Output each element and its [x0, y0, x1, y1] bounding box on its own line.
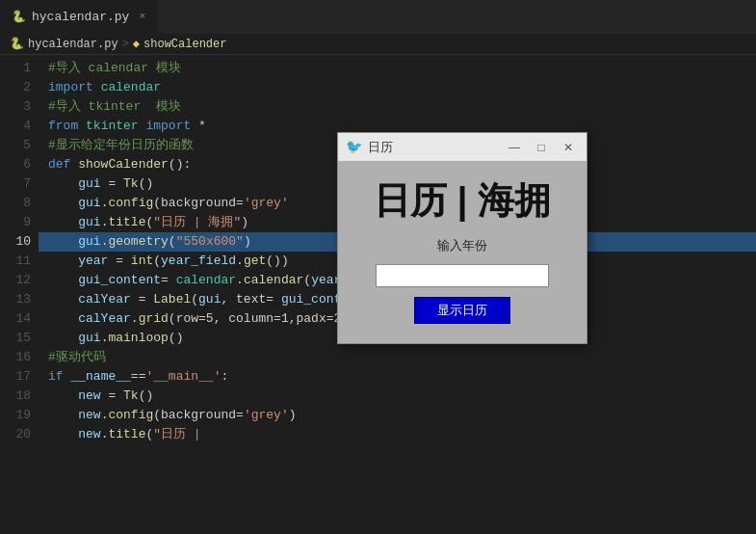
code-token: [48, 271, 78, 290]
code-token: new: [78, 387, 100, 406]
code-token: ): [241, 213, 248, 232]
code-token: [48, 252, 78, 271]
code-token: ): [289, 406, 297, 425]
code-token: (background=: [153, 406, 244, 425]
code-token: tkinter: [86, 117, 139, 136]
code-token: *: [191, 117, 206, 136]
editor-area: 1 2 3 4 5 6 7 8 9 10 11 12 13 14 15 16 1…: [0, 55, 756, 534]
code-token: (row=5, column=1,padx=20): [169, 309, 356, 329]
float-year-input[interactable]: [376, 264, 549, 287]
code-token: config: [108, 406, 153, 425]
line-num: 11: [0, 252, 31, 271]
code-line-2: import calendar: [48, 78, 756, 97]
tab-hycalendar[interactable]: 🐍 hycalendar.py ×: [0, 0, 158, 34]
code-token: (: [145, 425, 153, 444]
code-token: 'grey': [244, 406, 289, 425]
code-token: import: [145, 117, 191, 136]
code-token: calendar: [101, 78, 161, 97]
breadcrumb-file-icon: 🐍: [10, 37, 24, 51]
code-token: (): [139, 174, 154, 194]
code-token: year: [78, 252, 108, 271]
code-line-19: new . config (background= 'grey' ): [48, 406, 756, 425]
code-token: gui: [78, 194, 100, 213]
code-token: .: [236, 252, 244, 271]
code-token: def: [48, 155, 70, 174]
float-title-text: 日历: [368, 139, 498, 156]
code-token: .: [101, 213, 109, 232]
line-num: 7: [0, 174, 31, 194]
line-num: 18: [0, 387, 31, 406]
line-num: 10: [0, 232, 31, 252]
code-token: import: [48, 78, 93, 97]
code-token: mainloop: [108, 329, 168, 348]
code-token: ():: [169, 155, 191, 174]
code-line-1: #导入 calendar 模块: [48, 59, 756, 78]
line-num: 20: [0, 425, 31, 444]
line-num: 6: [0, 155, 31, 174]
code-token: , text=: [221, 290, 280, 309]
code-token: "日历 |: [153, 425, 200, 444]
float-close-button[interactable]: ✕: [558, 139, 579, 156]
float-titlebar: 🐦 日历 — □ ✕: [338, 133, 587, 162]
breadcrumb-file[interactable]: hycalendar.py: [28, 38, 118, 51]
code-token: .: [101, 406, 109, 425]
code-token: =: [108, 252, 130, 271]
code-token: (): [169, 329, 184, 348]
line-num: 4: [0, 117, 31, 136]
line-num: 16: [0, 348, 31, 367]
code-line-17: if __name__ == '__main__' :: [48, 367, 756, 387]
code-token: title: [108, 213, 145, 232]
float-title-icon: 🐦: [346, 139, 362, 155]
line-num: 1: [0, 59, 31, 78]
code-token: Tk: [123, 387, 139, 406]
tab-close-icon[interactable]: ×: [139, 11, 145, 22]
code-token: =: [101, 174, 123, 194]
code-token: grid: [139, 309, 169, 329]
line-num: 2: [0, 78, 31, 97]
float-minimize-button[interactable]: —: [504, 139, 525, 156]
code-token: title: [108, 425, 145, 444]
code-token: get: [244, 252, 266, 271]
code-token: (: [191, 290, 198, 309]
line-num: 12: [0, 271, 31, 290]
float-submit-button[interactable]: 显示日历: [414, 297, 510, 324]
code-token: [48, 406, 78, 425]
line-num: 3: [0, 97, 31, 117]
code-token: showCalender: [78, 155, 169, 174]
code-token: [48, 329, 78, 348]
float-maximize-button[interactable]: □: [531, 139, 552, 156]
code-token: calYear: [78, 290, 131, 309]
breadcrumb-func[interactable]: showCalender: [143, 38, 226, 51]
code-line-20: new . title ( "日历 |: [48, 425, 756, 444]
code-token: "日历 | 海拥": [153, 213, 241, 232]
tab-filename: hycalendar.py: [32, 10, 129, 24]
code-token: (: [303, 271, 311, 290]
code-token: [48, 425, 78, 444]
code-token: .: [101, 194, 109, 213]
code-token: [139, 117, 146, 136]
line-num: 14: [0, 309, 31, 329]
breadcrumb-func-icon: ◆: [133, 37, 140, 51]
code-token: (: [153, 252, 161, 271]
code-token: gui_content: [78, 271, 161, 290]
line-num: 9: [0, 213, 31, 232]
code-line-16: #驱动代码: [48, 348, 756, 367]
line-num: 19: [0, 406, 31, 425]
code-token: .: [101, 425, 109, 444]
code-token: ): [244, 232, 251, 252]
code-token: .: [101, 232, 109, 252]
code-token: new: [78, 425, 100, 444]
code-token: Label: [153, 290, 191, 309]
line-num: 13: [0, 290, 31, 309]
code-token: #驱动代码: [48, 348, 106, 367]
code-token: [48, 232, 78, 252]
code-token: =: [101, 387, 123, 406]
float-year-label: 输入年份: [437, 237, 487, 254]
code-line-18: new = Tk (): [48, 387, 756, 406]
code-token: [48, 174, 78, 194]
code-token: int: [131, 252, 153, 271]
code-token: [78, 117, 86, 136]
code-token: "550x600": [176, 232, 244, 252]
line-num: 15: [0, 329, 31, 348]
line-num: 8: [0, 194, 31, 213]
